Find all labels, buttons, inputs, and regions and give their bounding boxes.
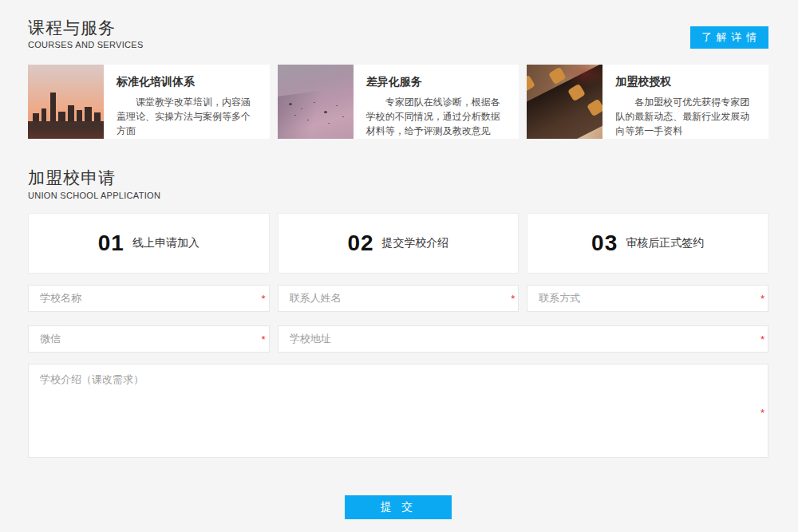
school-address-field: * xyxy=(278,325,768,353)
application-title: 加盟校申请 xyxy=(28,167,768,188)
course-cards: 标准化培训体系 课堂教学改革培训，内容涵盖理论、实操方法与案例等多个方面 差异化… xyxy=(28,65,768,139)
required-asterisk: * xyxy=(760,334,764,345)
learn-more-button[interactable]: 了 解 详 情 xyxy=(690,26,768,49)
page: 课程与服务 COURSES AND SERVICES 了 解 详 情 标准化培训… xyxy=(0,0,798,519)
application-section: 加盟校申请 UNION SCHOOL APPLICATION 01 线上申请加入… xyxy=(28,167,768,518)
submit-row: 提 交 xyxy=(28,495,768,519)
form-row-2: * * xyxy=(28,325,768,353)
step-label: 提交学校介绍 xyxy=(382,236,449,250)
contact-name-field: * xyxy=(278,285,519,312)
course-card-differentiated-service: 差异化服务 专家团队在线诊断，根据各学校的不同情况，通过分析数据材料等，给予评测… xyxy=(278,65,519,139)
step-number: 02 xyxy=(347,231,373,256)
contact-name-input[interactable] xyxy=(278,285,519,312)
city-sunset-image xyxy=(28,65,104,139)
contact-method-input[interactable] xyxy=(527,285,768,312)
course-card-standardized-training: 标准化培训体系 课堂教学改革培训，内容涵盖理论、实操方法与案例等多个方面 xyxy=(28,65,270,139)
courses-section-header: 课程与服务 COURSES AND SERVICES 了 解 详 情 xyxy=(28,18,768,49)
application-steps: 01 线上申请加入 02 提交学校介绍 03 审核后正式签约 xyxy=(28,213,768,274)
step-apply-online: 01 线上申请加入 xyxy=(28,213,270,274)
school-name-input[interactable] xyxy=(28,285,270,312)
submit-button[interactable]: 提 交 xyxy=(345,495,452,519)
step-sign-contract: 03 审核后正式签约 xyxy=(527,213,768,274)
step-label: 审核后正式签约 xyxy=(626,236,704,250)
school-address-input[interactable] xyxy=(278,325,768,353)
step-submit-intro: 02 提交学校介绍 xyxy=(278,213,519,274)
required-asterisk: * xyxy=(760,294,764,304)
application-subtitle: UNION SCHOOL APPLICATION xyxy=(28,191,768,200)
required-asterisk: * xyxy=(511,294,515,304)
step-number: 03 xyxy=(591,231,618,256)
required-asterisk: * xyxy=(262,334,266,345)
wechat-field: * xyxy=(28,325,270,353)
card-desc: 各加盟校可优先获得专家团队的最新动态、最新行业发展动向等第一手资料 xyxy=(615,95,757,138)
form-row-1: * * * xyxy=(28,285,768,312)
courses-subtitle: COURSES AND SERVICES xyxy=(28,40,144,49)
desert-dusk-image xyxy=(278,65,354,139)
school-intro-textarea[interactable] xyxy=(28,364,768,458)
required-asterisk: * xyxy=(262,294,266,304)
card-title: 标准化培训体系 xyxy=(117,75,259,89)
card-body: 加盟校授权 各加盟校可优先获得专家团队的最新动态、最新行业发展动向等第一手资料 xyxy=(602,65,768,139)
school-name-field: * xyxy=(28,285,270,312)
card-title: 加盟校授权 xyxy=(615,75,757,89)
required-asterisk: * xyxy=(760,408,764,418)
card-desc: 专家团队在线诊断，根据各学校的不同情况，通过分析数据材料等，给予评测及教改意见 xyxy=(366,95,508,138)
card-title: 差异化服务 xyxy=(366,75,508,89)
film-strip-image xyxy=(527,65,602,139)
school-intro-field: * xyxy=(28,364,768,461)
course-card-franchise-authorization: 加盟校授权 各加盟校可优先获得专家团队的最新动态、最新行业发展动向等第一手资料 xyxy=(527,65,768,139)
wechat-input[interactable] xyxy=(28,325,270,353)
step-label: 线上申请加入 xyxy=(132,236,200,250)
courses-title: 课程与服务 xyxy=(28,18,144,38)
contact-method-field: * xyxy=(527,285,768,312)
courses-heading-block: 课程与服务 COURSES AND SERVICES xyxy=(28,18,144,49)
card-body: 标准化培训体系 课堂教学改革培训，内容涵盖理论、实操方法与案例等多个方面 xyxy=(104,65,270,139)
card-body: 差异化服务 专家团队在线诊断，根据各学校的不同情况，通过分析数据材料等，给予评测… xyxy=(354,65,519,139)
card-desc: 课堂教学改革培训，内容涵盖理论、实操方法与案例等多个方面 xyxy=(117,95,259,138)
step-number: 01 xyxy=(98,231,124,256)
